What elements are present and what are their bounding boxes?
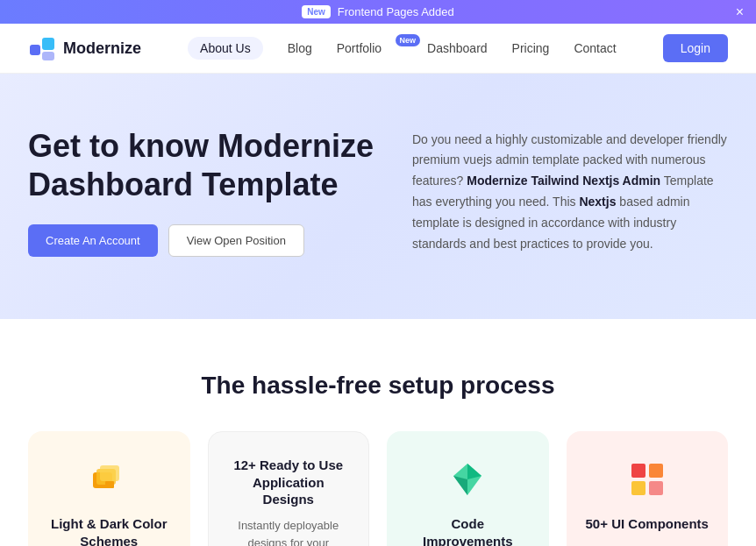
svg-rect-1 <box>42 38 54 50</box>
feature-card-ui: 50+ UI Components A rich collection for … <box>567 431 729 546</box>
brand-logo-icon <box>28 34 56 62</box>
features-title: The hassle-free setup process <box>28 372 728 400</box>
hero-buttons: Create An Account View Open Position <box>28 224 396 257</box>
features-section: The hassle-free setup process Light & Da… <box>0 319 756 546</box>
navbar-nav: About Us Blog Portfolio New Dashboard Pr… <box>188 37 617 60</box>
navbar: Modernize About Us Blog Portfolio New Da… <box>0 24 756 74</box>
login-button[interactable]: Login <box>663 34 728 62</box>
code-title: Code Improvements <box>406 515 530 546</box>
ui-title: 50+ UI Components <box>586 515 709 533</box>
create-account-button[interactable]: Create An Account <box>28 224 158 257</box>
announcement-close-button[interactable]: × <box>736 5 744 19</box>
hero-right-content: Do you need a highly customizable and de… <box>412 130 728 255</box>
svg-rect-12 <box>631 481 645 495</box>
ui-components-icon <box>624 456 671 503</box>
app-designs-desc: Instantly deployable designs for your ap… <box>228 517 350 547</box>
code-icon <box>444 456 491 503</box>
svg-rect-6 <box>105 481 114 488</box>
hero-section: Get to know Modernize Dashboard Template… <box>0 74 756 319</box>
feature-card-code: Code Improvements Benefit from improveme… <box>387 431 549 546</box>
svg-rect-5 <box>100 465 119 481</box>
svg-rect-10 <box>631 464 645 478</box>
hero-description: Do you need a highly customizable and de… <box>412 130 728 255</box>
brand-name: Modernize <box>63 39 141 58</box>
features-grid: Light & Dark Color Schemes Choose your p… <box>28 431 728 546</box>
brand-logo-area[interactable]: Modernize <box>28 34 141 62</box>
hero-desc-bold1: Modernize Tailwind Nextjs Admin <box>467 174 660 188</box>
nav-item-pricing[interactable]: Pricing <box>512 41 550 55</box>
feature-card-light-dark: Light & Dark Color Schemes Choose your p… <box>28 431 190 546</box>
nav-item-blog[interactable]: Blog <box>288 41 312 55</box>
announcement-bar: New Frontend Pages Added × <box>0 0 756 24</box>
hero-desc-bold2: Nextjs <box>579 195 616 209</box>
nav-item-contact[interactable]: Contact <box>574 41 616 55</box>
light-dark-icon <box>85 456 132 503</box>
announcement-message: Frontend Pages Added <box>338 5 454 18</box>
feature-card-app-designs: 12+ Ready to Use Application Designs Ins… <box>208 431 370 546</box>
nav-item-portfolio[interactable]: Portfolio New <box>337 41 403 55</box>
light-dark-title: Light & Dark Color Schemes <box>47 515 171 546</box>
hero-left-content: Get to know Modernize Dashboard Template… <box>28 127 396 256</box>
portfolio-badge: New <box>396 34 421 46</box>
svg-rect-13 <box>649 481 663 495</box>
svg-rect-11 <box>649 464 663 478</box>
svg-rect-2 <box>42 52 54 60</box>
view-position-button[interactable]: View Open Position <box>168 224 304 257</box>
nav-item-dashboard[interactable]: Dashboard <box>427 41 488 55</box>
svg-rect-0 <box>30 45 40 55</box>
nav-item-about[interactable]: About Us <box>188 37 263 60</box>
hero-title: Get to know Modernize Dashboard Template <box>28 127 396 202</box>
ui-desc: A rich collection for seamless user expe… <box>586 542 710 547</box>
app-designs-title: 12+ Ready to Use Application Designs <box>228 457 350 508</box>
announcement-badge: New <box>302 5 331 18</box>
